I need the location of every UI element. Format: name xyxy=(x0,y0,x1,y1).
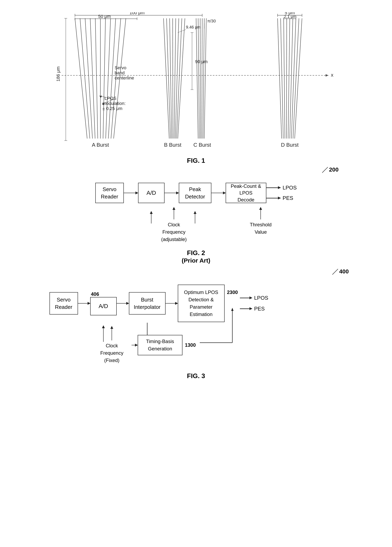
arrow1 xyxy=(124,193,138,193)
fig3-servo-reader-box: ServoReader xyxy=(49,292,78,315)
svg-text:± 0.25 μm: ± 0.25 μm xyxy=(102,106,122,111)
svg-marker-74 xyxy=(99,96,102,98)
svg-line-3 xyxy=(85,18,92,138)
svg-text:186 μm: 186 μm xyxy=(56,66,61,82)
svg-text:100 μm: 100 μm xyxy=(129,12,145,15)
svg-text:LPOS: LPOS xyxy=(104,96,116,101)
fig2-peak-count-box: Peak-Count &LPOS Decode xyxy=(226,183,266,203)
svg-line-18 xyxy=(176,18,182,138)
svg-line-4 xyxy=(90,18,95,138)
fig2-pes-label: PES xyxy=(283,195,293,201)
svg-line-19 xyxy=(178,18,185,138)
svg-text:band: band xyxy=(115,70,125,75)
fig3-timing-arrow xyxy=(200,333,261,357)
fig3-timing-basis-box: Timing-BasisGeneration xyxy=(138,335,182,355)
fig3-clock-freq-label: ClockFrequency(Fixed) xyxy=(100,326,123,364)
svg-marker-64 xyxy=(326,74,328,77)
svg-line-21 xyxy=(198,18,199,138)
svg-text:9.46 μm: 9.46 μm xyxy=(186,25,201,29)
svg-line-28 xyxy=(284,18,285,138)
fig1-label: FIG. 1 xyxy=(54,157,339,164)
svg-text:modulation:: modulation: xyxy=(102,101,126,106)
svg-line-8 xyxy=(106,18,111,138)
fig3-adc-num: 406 xyxy=(91,291,99,297)
svg-text:D Burst: D Burst xyxy=(281,142,298,148)
fig2-label: FIG. 2 (Prior Art) xyxy=(54,249,339,264)
svg-line-2 xyxy=(80,18,90,138)
fig2-container: 200 ServoReader A/D xyxy=(54,172,339,270)
fig3-pes-label: PES xyxy=(254,306,265,312)
fig3-arrow2 xyxy=(117,303,129,304)
svg-line-30 xyxy=(288,18,290,138)
fig2-threshold-label: ThresholdValue xyxy=(250,207,272,243)
svg-line-5 xyxy=(95,18,98,138)
fig3-arrow1 xyxy=(78,303,90,304)
fig1-container: 100 μm 50 μm π/30 9.46 μm 90 μm xyxy=(54,12,339,171)
svg-text:2.1 μm: 2.1 μm xyxy=(284,14,297,19)
fig3-adc-box: A/D xyxy=(90,297,117,315)
svg-text:π/30: π/30 xyxy=(207,19,216,23)
svg-line-16 xyxy=(174,18,176,138)
svg-text:Servo: Servo xyxy=(115,65,126,70)
fig3-timing-basis-num: 1300 xyxy=(185,342,196,348)
svg-line-22 xyxy=(200,18,201,138)
fig3-container: 400 ServoReader 406 A/D xyxy=(43,274,349,386)
b-burst-lines xyxy=(163,18,185,138)
c-burst-lines xyxy=(196,18,206,138)
fig3-label: FIG. 3 xyxy=(43,372,349,380)
svg-line-15 xyxy=(173,18,173,138)
fig3-arrow3 xyxy=(166,303,178,304)
svg-line-7 xyxy=(103,18,106,138)
arrow2 xyxy=(164,193,179,193)
fig3-burst-interp-box: BurstInterpolator xyxy=(129,292,166,315)
svg-text:50 μm: 50 μm xyxy=(98,14,111,19)
svg-line-24 xyxy=(203,18,204,138)
svg-line-32 xyxy=(291,18,296,138)
svg-text:90 μm: 90 μm xyxy=(195,59,208,64)
fig1-diagram: 100 μm 50 μm π/30 9.46 μm 90 μm xyxy=(54,12,339,155)
arrow3 xyxy=(211,193,226,193)
fig2-adc-box: A/D xyxy=(138,183,164,203)
svg-line-23 xyxy=(202,18,202,138)
svg-text:centerline: centerline xyxy=(115,75,134,81)
svg-line-46 xyxy=(178,29,186,33)
d-burst-lines xyxy=(277,18,302,138)
svg-line-17 xyxy=(175,18,179,138)
fig3-tag: 400 xyxy=(332,268,349,275)
svg-line-1 xyxy=(75,18,87,138)
fig3-optimum-lpos-box: Optimum LPOSDetection &ParameterEstimati… xyxy=(178,285,225,322)
svg-text:A Burst: A Burst xyxy=(92,142,109,148)
svg-text:B Burst: B Burst xyxy=(164,142,182,148)
svg-line-81 xyxy=(322,167,328,173)
fig2-clock-freq-label: ClockFrequency(adjustable) xyxy=(161,207,187,243)
svg-line-29 xyxy=(286,18,287,138)
svg-text:x: x xyxy=(331,72,333,78)
fig3-lpos-label: LPOS xyxy=(254,295,268,301)
fig2-lpos-label: LPOS xyxy=(283,185,297,191)
svg-line-25 xyxy=(204,18,206,138)
svg-line-82 xyxy=(332,269,338,275)
fig1-svg: 100 μm 50 μm π/30 9.46 μm 90 μm xyxy=(56,12,337,155)
page: 100 μm 50 μm π/30 9.46 μm 90 μm xyxy=(0,0,392,547)
fig2-peak-detector-box: PeakDetector xyxy=(179,183,211,203)
fig3-optimum-lpos-num: 2300 xyxy=(227,289,238,295)
fig2-servo-reader-box: ServoReader xyxy=(95,183,124,203)
svg-line-31 xyxy=(290,18,293,138)
svg-text:C Burst: C Burst xyxy=(193,142,211,148)
svg-line-34 xyxy=(295,18,302,138)
svg-line-20 xyxy=(196,18,198,138)
svg-line-33 xyxy=(293,18,299,138)
fig2-tag: 200 xyxy=(322,166,339,173)
